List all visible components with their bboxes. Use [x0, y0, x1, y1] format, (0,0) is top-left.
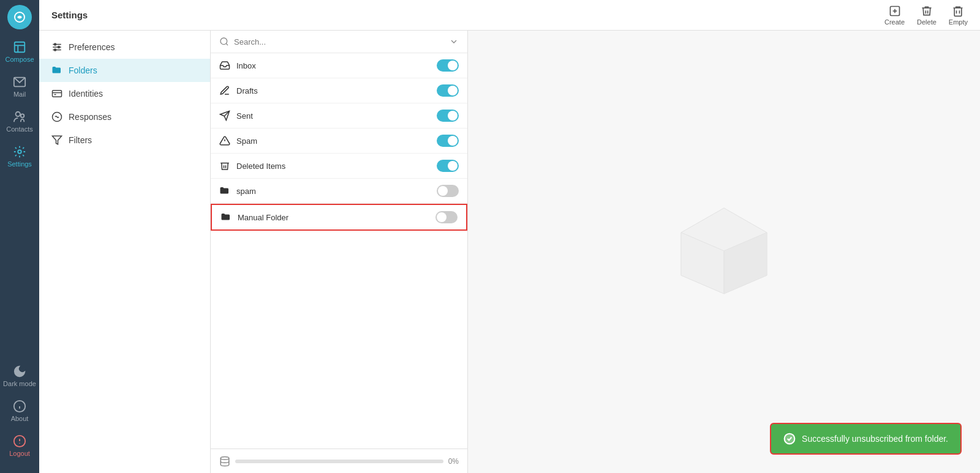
folders-label: Folders — [69, 65, 97, 75]
responses-icon — [51, 111, 62, 122]
nav-label-mail: Mail — [13, 91, 26, 98]
nav-item-mail[interactable]: Mail — [0, 69, 39, 104]
search-input[interactable] — [234, 37, 444, 47]
empty-label: Empty — [949, 18, 968, 26]
nav-label-settings: Settings — [7, 160, 32, 168]
toggle-manual[interactable] — [435, 211, 458, 223]
folder-icon-spam2 — [219, 185, 230, 196]
folder-name-spam: Spam — [236, 136, 431, 146]
storage-percent: 0% — [448, 457, 459, 466]
folder-item-inbox[interactable]: Inbox — [211, 53, 467, 78]
toggle-drafts[interactable] — [437, 84, 459, 97]
nav-item-contacts[interactable]: Contacts — [0, 104, 39, 139]
search-icon — [219, 37, 229, 47]
folders-footer: 0% — [211, 449, 467, 473]
content-area: Preferences Folders Identities — [39, 31, 980, 473]
folder-item-spam[interactable]: Spam — [211, 128, 467, 154]
settings-item-preferences[interactable]: Preferences — [39, 35, 210, 59]
svg-point-5 — [16, 112, 20, 116]
spam-icon — [219, 135, 230, 146]
empty-icon — [952, 5, 964, 17]
toast-success-icon — [783, 433, 796, 445]
folder-item-drafts[interactable]: Drafts — [211, 78, 467, 103]
folders-panel: Inbox Drafts — [211, 31, 468, 473]
toast-notification: Successfully unsubscribed from folder. — [770, 423, 962, 455]
folder-name-drafts: Drafts — [236, 86, 431, 95]
nav-item-darkmode[interactable]: Dark mode — [0, 359, 39, 393]
svg-point-30 — [221, 38, 227, 45]
svg-point-6 — [21, 114, 24, 117]
toggle-slider-sent — [437, 110, 459, 122]
toggle-inbox[interactable] — [437, 59, 459, 72]
chevron-down-icon[interactable] — [449, 37, 459, 47]
empty-state-illustration — [663, 190, 785, 315]
svg-point-7 — [18, 150, 21, 154]
folder-item-sent[interactable]: Sent — [211, 103, 467, 128]
nav-item-logout[interactable]: Logout — [0, 428, 39, 463]
folder-list: Inbox Drafts — [211, 53, 467, 449]
folder-item-spam2[interactable]: spam — [211, 179, 467, 204]
delete-button[interactable]: Delete — [917, 5, 937, 26]
settings-item-identities[interactable]: Identities — [39, 82, 210, 105]
settings-item-folders[interactable]: Folders — [39, 59, 210, 82]
main-area: Settings Create Delete — [39, 0, 980, 473]
settings-item-responses[interactable]: Responses — [39, 105, 210, 128]
filters-icon — [51, 135, 62, 146]
nav-label-about: About — [11, 415, 29, 422]
folder-item-deleted[interactable]: Deleted Items — [211, 154, 467, 179]
folder-name-sent: Sent — [236, 111, 431, 121]
folders-icon — [51, 65, 62, 76]
create-button[interactable]: Create — [884, 5, 905, 26]
nav-label-logout: Logout — [9, 450, 30, 457]
svg-rect-1 — [15, 42, 25, 53]
identities-label: Identities — [69, 89, 103, 99]
nav-item-settings[interactable]: Settings — [0, 139, 39, 174]
folder-name-deleted: Deleted Items — [236, 162, 431, 171]
app-logo — [7, 5, 32, 29]
toggle-slider-spam — [437, 135, 459, 147]
toggle-slider-spam2 — [437, 185, 459, 197]
toggle-slider-manual — [435, 211, 458, 223]
preferences-label: Preferences — [69, 42, 115, 52]
toggle-deleted[interactable] — [437, 160, 459, 172]
settings-sidebar: Preferences Folders Identities — [39, 31, 211, 473]
svg-point-23 — [58, 47, 60, 48]
settings-item-filters[interactable]: Filters — [39, 128, 210, 152]
create-label: Create — [884, 18, 905, 26]
storage-icon — [219, 456, 230, 467]
identities-icon — [51, 88, 62, 99]
svg-point-22 — [55, 43, 56, 45]
nav-item-about[interactable]: About — [0, 393, 39, 428]
header: Settings Create Delete — [39, 0, 980, 31]
toggle-slider-inbox — [437, 59, 459, 72]
preferences-icon — [51, 42, 62, 53]
folder-name-spam2: spam — [236, 187, 431, 196]
deleted-icon — [219, 160, 230, 171]
svg-rect-25 — [53, 91, 62, 97]
nav-label-compose: Compose — [5, 56, 34, 63]
folder-name-manual: Manual Folder — [238, 213, 429, 222]
toggle-spam[interactable] — [437, 135, 459, 147]
sent-icon — [219, 110, 230, 121]
drafts-icon — [219, 85, 230, 96]
search-bar — [211, 31, 467, 53]
svg-marker-29 — [53, 136, 62, 144]
delete-icon — [921, 5, 933, 17]
nav-item-compose[interactable]: Compose — [0, 34, 39, 69]
toggle-spam2[interactable] — [437, 185, 459, 197]
nav-label-darkmode: Dark mode — [3, 380, 36, 387]
toggle-sent[interactable] — [437, 110, 459, 122]
folder-icon-manual — [221, 212, 232, 223]
empty-button[interactable]: Empty — [949, 5, 968, 26]
svg-point-24 — [55, 49, 56, 51]
inbox-icon — [219, 60, 230, 71]
toast-message: Successfully unsubscribed from folder. — [802, 434, 948, 444]
folder-item-manual[interactable]: Manual Folder — [211, 204, 467, 231]
delete-label: Delete — [917, 18, 937, 26]
left-navigation: Compose Mail Contacts Settings Dark — [0, 0, 39, 473]
detail-panel — [468, 31, 980, 473]
toggle-slider-drafts — [437, 84, 459, 97]
filters-label: Filters — [69, 135, 92, 145]
responses-label: Responses — [69, 112, 111, 122]
create-icon — [889, 5, 901, 17]
